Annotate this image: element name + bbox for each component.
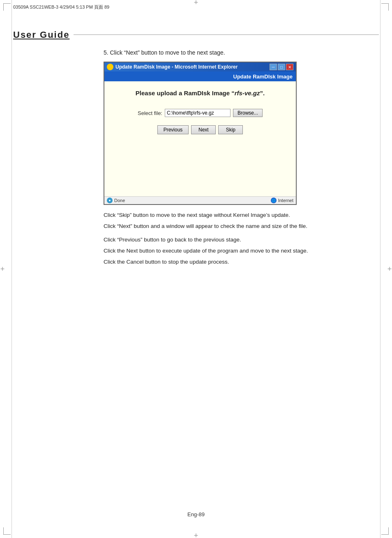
browser-content-area: Please upload a RamDIsk Image “rfs-ve.gz… [104, 81, 296, 196]
internet-icon: 🌐 [271, 198, 277, 203]
browser-title-bar: Update RamDisk Image - Microsoft Interne… [104, 62, 296, 71]
previous-button[interactable]: Previous [157, 125, 189, 134]
main-content: 5. Click “Next” button to move to the ne… [13, 49, 379, 269]
browser-page-title: Update RamDIsk Image [233, 74, 293, 80]
header-meta: 03509A SSC21WEB-3 4/29/04 5:13 PM 頁面 89 [13, 4, 109, 10]
corner-mark-bl [3, 527, 11, 535]
browser-status-bar: ● Done 🌐 Internet [104, 196, 296, 204]
cross-bottom [192, 531, 200, 538]
status-right: 🌐 Internet [271, 198, 293, 203]
minimize-button[interactable]: ─ [270, 64, 277, 70]
corner-mark-tl [3, 3, 11, 11]
status-done-text: Done [114, 198, 125, 203]
upload-filename: rfs-ve.gz [235, 90, 260, 97]
step-instruction: 5. Click “Next” button to move to the ne… [104, 49, 379, 56]
page-title: User Guide [13, 30, 74, 40]
upload-message: Please upload a RamDIsk Image “rfs-ve.gz… [117, 90, 284, 97]
corner-mark-br [381, 527, 389, 535]
upload-message-suffix: ”. [260, 90, 265, 97]
maximize-button[interactable]: □ [278, 64, 285, 70]
browse-button[interactable]: Browse... [233, 109, 263, 117]
upload-message-prefix: Please upload a RamDIsk Image “ [136, 90, 235, 97]
browser-favicon [107, 64, 113, 70]
action-buttons: Previous Next Skip [117, 125, 284, 134]
close-button[interactable]: ✕ [286, 64, 293, 70]
cross-top [192, 0, 200, 7]
page-header: User Guide [13, 30, 379, 35]
page-number: Eng-89 [0, 511, 392, 517]
file-select-row: Select file: Browse... [117, 109, 284, 117]
file-input[interactable] [165, 109, 231, 117]
status-internet-text: Internet [278, 198, 293, 203]
file-select-label: Select file: [138, 110, 162, 116]
browser-header-bar: Update RamDIsk Image [104, 71, 296, 81]
desc-line-3: Click “Previous” button to go back to th… [104, 235, 379, 245]
description-text: Click “Skip” button to move to the next … [104, 211, 379, 267]
skip-button[interactable]: Skip [218, 125, 243, 134]
browser-window: Update RamDisk Image - Microsoft Interne… [104, 62, 297, 205]
desc-line-2: Click “Next” button and a window will ap… [104, 222, 379, 231]
side-line-left [12, 0, 12, 538]
browser-title-text: Update RamDisk Image - Microsoft Interne… [115, 64, 238, 70]
side-line-right [380, 0, 380, 538]
done-icon: ● [107, 198, 113, 203]
browser-title-left: Update RamDisk Image - Microsoft Interne… [107, 64, 238, 70]
corner-mark-tr [381, 3, 389, 11]
next-button[interactable]: Next [191, 125, 216, 134]
desc-line-5: Click the Cancel button to stop the upda… [104, 258, 379, 267]
cross-left [0, 265, 7, 273]
desc-line-1: Click “Skip” button to move to the next … [104, 211, 379, 220]
status-left: ● Done [107, 198, 125, 203]
cross-right [385, 265, 392, 273]
desc-line-4: Click the Next button to execute update … [104, 246, 379, 256]
browser-window-controls: ─ □ ✕ [270, 64, 293, 70]
